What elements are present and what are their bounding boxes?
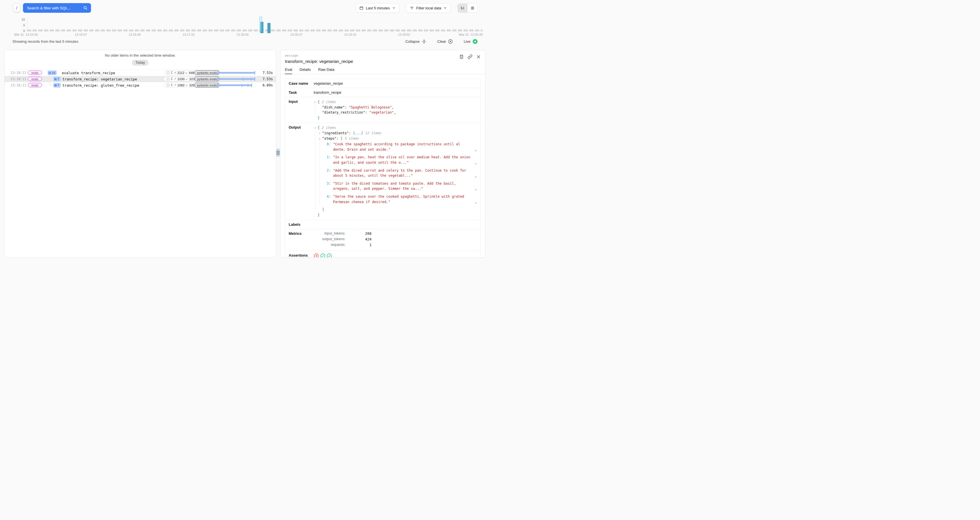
input-row: Input ›{ 2 items"dish_name": "Spaghetti … (285, 97, 480, 123)
input-tokens-icon: ↗ (174, 84, 176, 87)
detail-panel: message transform_recipe: vegetarian_rec… (280, 50, 485, 258)
assertions-list (313, 253, 477, 258)
metric-line: input_tokens:208 (313, 231, 477, 236)
calendar-icon (359, 6, 364, 10)
trace-row[interactable]: 13:18:11evals⊞7transform_recipe: gluten_… (5, 82, 276, 88)
slash-shortcut-key[interactable]: / (13, 3, 21, 12)
output-label: Output (289, 125, 313, 217)
span-name[interactable]: evaluate transform_recipe (62, 71, 115, 75)
output-tokens-count: 325 (189, 84, 194, 87)
trailing-comma: , (473, 173, 477, 178)
tree-view-icon (460, 6, 465, 10)
x-axis-tickmark (81, 32, 81, 33)
array-index[interactable]: 2: (327, 168, 331, 178)
token-usage-badge: Σ↗2112↙648 (164, 70, 197, 75)
date-pill[interactable]: Today (132, 60, 149, 66)
input-tokens-count: 1082 (177, 84, 185, 87)
trace-row[interactable]: 13:18:11evals⊞7transform_recipe: vegetar… (5, 76, 276, 82)
collapse-caret-icon[interactable]: › (317, 137, 322, 140)
json-line: } (313, 212, 477, 218)
metric-value: 208 (345, 231, 371, 236)
array-index[interactable]: 1: (327, 155, 331, 165)
token-usage-badge: Σ↗1082↙325 (164, 83, 197, 87)
json-line: "dietary_restriction": "vegetarian", (313, 110, 477, 115)
array-index[interactable]: 0: (327, 142, 331, 152)
metric-value: 1 (345, 243, 371, 247)
array-index[interactable]: 3: (327, 181, 331, 192)
json-string-value: "Add the diced carrot and celery to the … (333, 168, 473, 178)
close-icon[interactable] (476, 54, 481, 59)
tab-raw-data[interactable]: Raw Data (318, 67, 334, 74)
expand-node-icon: ⊞ (54, 84, 57, 87)
row-timestamp: 13:18:11 (11, 83, 26, 87)
metric-line: output_tokens:424 (313, 237, 477, 241)
task-label: Task (289, 90, 313, 95)
trailing-comma: , (473, 200, 477, 205)
tab-details[interactable]: Details (299, 67, 311, 74)
assertion-pass-icon (327, 253, 332, 258)
list-view-button[interactable] (468, 4, 477, 13)
collapse-caret-icon[interactable]: › (313, 127, 317, 130)
sum-icon: Σ (171, 77, 173, 81)
trace-row[interactable]: 13:18:11evals⊟16evaluate transform_recip… (5, 70, 276, 76)
view-toggle (457, 3, 478, 13)
span-count-badge[interactable]: ⊞7 (53, 83, 61, 87)
collapse-button[interactable]: Collapse (405, 39, 426, 44)
array-index[interactable]: 4: (327, 194, 331, 205)
collapse-caret-icon[interactable]: › (313, 101, 317, 104)
span-duration: 7.53s (262, 77, 273, 81)
service-tag: evals (28, 71, 42, 75)
json-line: ›{ 2 items (313, 125, 477, 130)
input-tokens-count: 1030 (177, 77, 185, 81)
case-name-value: vegetarian_recipe (313, 81, 477, 86)
trailing-comma: , (473, 160, 477, 165)
expand-caret-icon[interactable]: › (318, 131, 321, 136)
clear-button[interactable]: Clear (437, 39, 453, 44)
x-axis-tickmark (242, 32, 243, 33)
timeline-plot[interactable] (27, 18, 484, 31)
clear-label: Clear (437, 40, 446, 44)
live-toggle[interactable]: Live (464, 39, 478, 44)
chevron-down-icon (444, 6, 447, 10)
metric-name: requests: (313, 243, 345, 247)
package-tag: pydantic-evals (195, 70, 219, 75)
coin-icon (167, 71, 170, 74)
x-axis-tickmark (404, 32, 404, 33)
span-name[interactable]: transform_recipe: gluten_free_recipe (62, 83, 139, 87)
copy-link-icon[interactable] (468, 54, 473, 59)
time-range-button[interactable]: Last 5 minutes (356, 3, 399, 13)
search-placeholder: Search & filter with SQL... (27, 6, 71, 10)
sum-icon: Σ (171, 71, 173, 75)
span-name[interactable]: transform_recipe: vegetarian_recipe (62, 77, 137, 81)
span-count-badge[interactable]: ⊞7 (53, 77, 61, 81)
tab-eval[interactable]: Eval (285, 67, 292, 74)
json-line: 4:"Serve the sauce over the cooked spagh… (313, 194, 477, 205)
timeline-record-bar[interactable] (267, 23, 270, 33)
case-name-row: Case name vegetarian_recipe (285, 79, 480, 88)
filter-local-data-button[interactable]: Filter local data (406, 3, 450, 13)
trailing-comma: , (473, 186, 477, 192)
metric-name: input_tokens: (313, 231, 345, 236)
topbar: / Search & filter with SQL... Last 5 min… (0, 0, 490, 16)
metrics-label: Metrics (289, 231, 313, 248)
task-value: transform_recipe (313, 90, 477, 95)
output-tokens-icon: ↙ (186, 84, 188, 87)
output-tokens-icon: ↙ (185, 71, 188, 74)
timeline-selection-box (259, 17, 262, 32)
labels-label: Labels (289, 222, 313, 227)
input-tokens-icon: ↗ (174, 77, 176, 81)
detail-header-icons (459, 54, 481, 59)
span-duration-bar (217, 70, 255, 76)
detail-title: transform_recipe: vegetarian_recipe (285, 59, 480, 64)
token-usage-badge: Σ↗1030↙323 (164, 76, 197, 81)
span-count-badge[interactable]: ⊟16 (48, 71, 57, 75)
json-string-value: "Serve the sauce over the cooked spaghet… (333, 194, 473, 205)
input-tokens-count: 2112 (177, 71, 184, 75)
panel-resize-handle[interactable] (276, 148, 280, 157)
json-line: ] (313, 207, 477, 212)
records-summary: Showing records from the last 5 minutes (13, 40, 78, 44)
tree-view-button[interactable] (458, 4, 468, 13)
chevron-down-icon (392, 6, 396, 10)
search-input[interactable]: Search & filter with SQL... (23, 3, 91, 13)
dock-panel-icon[interactable] (459, 54, 464, 59)
